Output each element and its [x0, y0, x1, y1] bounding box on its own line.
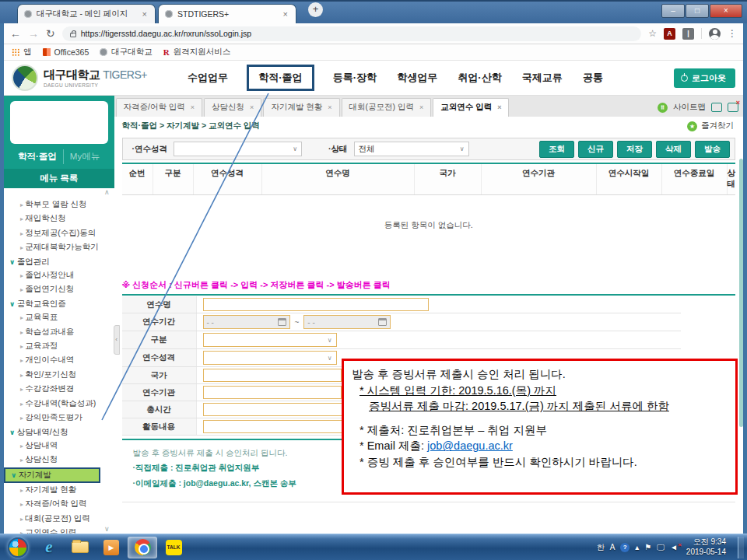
extension-icon[interactable]: |	[682, 28, 694, 40]
window-minimize-button[interactable]: –	[661, 4, 685, 18]
sidebar-menu-item[interactable]: 수강강좌변경	[4, 382, 114, 396]
sidebar-menu-item[interactable]: 개인이수내역	[4, 353, 114, 367]
sidebar-menu-item[interactable]: 상담내역	[4, 439, 114, 453]
taskbar-chrome[interactable]	[128, 537, 157, 558]
workspace-tab[interactable]: 대회(공모전) 입력 ×	[342, 98, 432, 117]
sidebar-menu-item[interactable]: 상담신청	[4, 453, 114, 467]
table-column-header[interactable]: 연수명	[262, 164, 415, 194]
global-nav-item[interactable]: 학생업무	[395, 67, 439, 89]
email-link[interactable]: job@daegu.ac.kr	[427, 439, 513, 452]
volume-muted-icon[interactable]: ◄	[670, 543, 678, 551]
table-column-header[interactable]: 구분	[153, 164, 194, 194]
content-scrollbar[interactable]	[739, 159, 743, 427]
tab-close-icon[interactable]: ×	[141, 9, 149, 19]
favorite-label[interactable]: 즐겨찾기	[701, 121, 734, 131]
favorite-star-icon[interactable]: ★	[687, 121, 697, 131]
sidebar-menu-item[interactable]: 자기계발	[4, 467, 100, 483]
table-column-header[interactable]: 연수종료일	[662, 164, 728, 194]
sidebar-menu-item[interactable]: 강의만족도평가	[4, 411, 114, 425]
network-icon[interactable]: 🖵	[657, 543, 665, 552]
sidebar-menu-item[interactable]: 수강내역(학습성과)	[4, 397, 114, 411]
bookmark-apps[interactable]: 앱	[12, 47, 32, 58]
open-window-icon[interactable]	[711, 103, 722, 112]
ime-korean-icon[interactable]: 한	[597, 542, 605, 553]
workspace-tab[interactable]: 교외연수 입력 ×	[433, 98, 509, 117]
calendar-icon[interactable]	[278, 318, 286, 326]
show-hidden-icons[interactable]: ▴	[635, 543, 639, 551]
table-column-header[interactable]: 연수성격	[194, 164, 262, 194]
action-button[interactable]: 신규	[578, 141, 613, 158]
workspace-tab-close-icon[interactable]: ×	[191, 103, 195, 111]
global-nav-item[interactable]: 국제교류	[521, 67, 564, 89]
global-nav-item[interactable]: 공통	[581, 67, 605, 89]
country-input[interactable]	[203, 369, 342, 382]
end-date-input[interactable]: - -	[303, 315, 391, 329]
sidebar-menu-item[interactable]: 교육목표	[4, 310, 114, 324]
menu-scroll-down-icon[interactable]: ∨	[104, 525, 110, 533]
training-type-form-select[interactable]: ∨	[203, 351, 337, 365]
action-center-flag-icon[interactable]: ⚑	[644, 543, 651, 551]
sidebar-menu-item[interactable]: 재입학신청	[4, 212, 114, 226]
close-all-windows-icon[interactable]	[728, 103, 738, 112]
workspace-tab[interactable]: 상담신청 ×	[204, 98, 261, 117]
sidebar-menu-item[interactable]: 자기계발 현황	[4, 483, 114, 497]
sitemap-icon[interactable]: ⠿	[658, 103, 668, 113]
bookmark-star-icon[interactable]: ☆	[648, 28, 657, 39]
workspace-tab-close-icon[interactable]: ×	[328, 103, 331, 111]
table-column-header[interactable]: 국가	[415, 164, 482, 194]
bookmark-daegu-univ[interactable]: 대구대학교	[100, 47, 153, 58]
profile-icon[interactable]	[709, 28, 721, 40]
workspace-tab[interactable]: 자기계발 현황 ×	[263, 98, 339, 117]
browser-tab[interactable]: STDTIGERS+ ×	[158, 4, 296, 23]
sidebar-menu-item[interactable]: 대회(공모전) 입력	[4, 512, 114, 526]
sidebar-menu-item[interactable]: 졸업관리	[4, 255, 114, 268]
sidebar-menu-item[interactable]: 교외연수 입력	[4, 526, 114, 534]
action-button[interactable]: 발송	[695, 141, 730, 158]
show-desktop-button[interactable]	[738, 537, 744, 558]
training-name-input[interactable]	[203, 298, 429, 311]
tab-close-icon[interactable]: ×	[282, 9, 289, 19]
calendar-icon[interactable]	[378, 318, 387, 326]
table-column-header[interactable]: 연수시작일	[597, 164, 662, 194]
sidebar-menu-item[interactable]: 교육과정	[4, 339, 114, 353]
sidebar-menu-item[interactable]: 자격증/어학 입력	[4, 497, 114, 511]
sidebar-menu-item[interactable]: 졸업연기신청	[4, 282, 114, 296]
action-button[interactable]: 저장	[617, 141, 652, 158]
start-date-input[interactable]: - -	[203, 315, 290, 329]
workspace-tab-close-icon[interactable]: ×	[419, 103, 423, 111]
forward-icon[interactable]: →	[28, 28, 39, 39]
sidebar-collapse-handle[interactable]: ‹	[114, 325, 120, 355]
sidebar-menu-item[interactable]: 상담내역/신청	[4, 425, 114, 439]
sidebar-menu-item[interactable]: 학부모 열람 신청	[4, 198, 114, 212]
action-button[interactable]: 조회	[539, 141, 574, 158]
pdf-extension-icon[interactable]: A	[664, 28, 675, 40]
university-logo[interactable]: 대구대학교 TIGERS+ DAEGU UNIVERSITY	[12, 65, 181, 91]
window-maximize-button[interactable]: □	[686, 4, 709, 18]
action-button[interactable]: 삭제	[656, 141, 691, 158]
sidebar-menu-item[interactable]: 확인/포기신청	[4, 368, 114, 382]
reload-icon[interactable]: ↻	[46, 28, 55, 39]
ime-mode-icon[interactable]: A	[610, 543, 615, 551]
sidebar-menu-item[interactable]: 학습성과내용	[4, 325, 114, 339]
taskbar-explorer[interactable]	[65, 537, 95, 558]
taskbar-media-player[interactable]: ▶	[96, 537, 126, 558]
sidebar-tab-records[interactable]: 학적·졸업	[12, 149, 63, 164]
browser-tab[interactable]: 대구대학교 - 메인 페이지 ×	[17, 4, 156, 23]
global-nav-item[interactable]: 취업·산학	[456, 67, 503, 89]
global-nav-item[interactable]: 등록·장학	[331, 67, 378, 89]
global-nav-item[interactable]: 수업업무	[186, 67, 230, 89]
back-icon[interactable]: ←	[10, 28, 21, 39]
address-bar[interactable]: https://tigersstd.daegu.ac.kr/nxrun/ssoL…	[62, 26, 642, 41]
bookmark-office365[interactable]: Office365	[43, 47, 89, 57]
sidebar-menu-item[interactable]: 정보제공(수집)동의	[4, 226, 114, 240]
workspace-tab[interactable]: 자격증/어학 입력 ×	[116, 98, 203, 117]
sidebar-menu-item[interactable]: 졸업사정안내	[4, 268, 114, 282]
sitemap-label[interactable]: 사이트맵	[673, 102, 706, 113]
workspace-tab-close-icon[interactable]: ×	[497, 103, 501, 111]
table-column-header[interactable]: 연수기관	[482, 164, 597, 194]
bookmark-remote-support[interactable]: R 원격지원서비스	[163, 47, 230, 58]
logout-button[interactable]: 로그아웃	[674, 68, 735, 88]
menu-collapse-icon[interactable]: ∧	[104, 188, 110, 196]
table-column-header[interactable]: 상태	[728, 164, 736, 194]
workspace-tab-close-icon[interactable]: ×	[250, 103, 254, 111]
